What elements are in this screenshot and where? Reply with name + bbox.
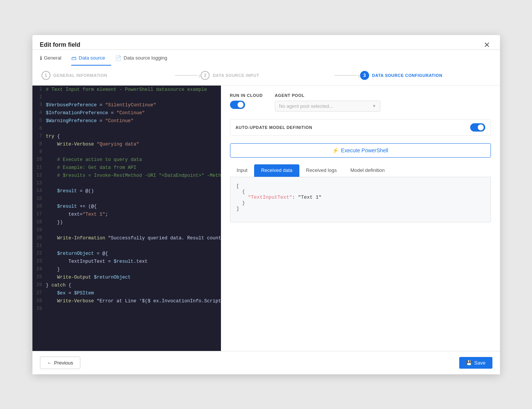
- execute-btn-label: Execute PowerShell: [341, 147, 388, 153]
- modal-title: Edit form field: [40, 41, 81, 48]
- line-number: 3: [32, 101, 46, 109]
- code-line: 17 text="Text 1";: [32, 210, 221, 218]
- line-code: }): [46, 218, 221, 226]
- execute-powershell-button[interactable]: ⚡ Execute PowerShell: [230, 143, 491, 158]
- previous-label: Previous: [54, 360, 74, 366]
- code-line: 22 $returnObject = @{: [32, 250, 221, 257]
- run-in-cloud-group: RUN IN CLOUD: [230, 93, 263, 109]
- line-number: 9: [32, 148, 46, 156]
- code-line: 15: [32, 195, 221, 202]
- arrow-left-icon: ←: [47, 360, 52, 366]
- line-number: 10: [32, 156, 46, 164]
- tab-input[interactable]: Input: [230, 164, 255, 177]
- agent-pool-select[interactable]: No agent pool selected... ▼: [275, 101, 380, 112]
- code-line: 5$WarningPreference = "Continue": [32, 117, 221, 125]
- line-number: 24: [32, 265, 46, 273]
- line-number: 20: [32, 234, 46, 242]
- code-line: 4$InformationPreference = "Continue": [32, 109, 221, 117]
- line-code: [46, 125, 221, 132]
- code-line: 11 # Example: Get data from API: [32, 164, 221, 172]
- tab-received-data[interactable]: Received data: [254, 164, 299, 177]
- code-line: 2: [32, 93, 221, 101]
- line-code: [46, 305, 221, 312]
- line-code: $VerbosePreference = "SilentlyContinue": [46, 101, 221, 109]
- line-number: 25: [32, 273, 46, 281]
- line-number: 19: [32, 226, 46, 234]
- line-code: try {: [46, 132, 221, 140]
- line-number: 22: [32, 250, 46, 257]
- run-in-cloud-toggle[interactable]: [230, 101, 245, 109]
- line-code: TextInputText = $result.text: [46, 257, 221, 265]
- datasource-icon: 🗃: [71, 55, 77, 61]
- tab-general[interactable]: ℹ General: [40, 51, 67, 66]
- line-number: 17: [32, 210, 46, 218]
- code-line: 27 $ex = $PSItem: [32, 289, 221, 297]
- line-code: $ex = $PSItem: [46, 289, 221, 297]
- line-number: 2: [32, 93, 46, 101]
- code-line: 23 TextInputText = $result.text: [32, 257, 221, 265]
- tab-general-label: General: [44, 55, 61, 61]
- line-code: [46, 93, 221, 101]
- line-code: # Execute action to query data: [46, 156, 221, 164]
- line-code: Write-Output $returnObject: [46, 273, 221, 281]
- line-code: Write-Verbose "Error at Line '$($ ex.Inv…: [46, 297, 221, 305]
- line-number: 13: [32, 179, 46, 187]
- code-line: 9: [32, 148, 221, 156]
- line-number: 7: [32, 132, 46, 140]
- auto-update-label: AUTO-UPDATE MODEL DEFINITION: [236, 125, 313, 130]
- code-line: 26} catch {: [32, 281, 221, 289]
- tab-datasource[interactable]: 🗃 Data source: [71, 51, 111, 66]
- code-line: 3$VerbosePreference = "SilentlyContinue": [32, 101, 221, 109]
- code-line: 21: [32, 242, 221, 250]
- line-number: 21: [32, 242, 46, 250]
- steps-bar: 1 GENERAL INFORMATION 2 DATA SOURCE INPU…: [32, 66, 500, 86]
- line-number: 8: [32, 140, 46, 148]
- line-number: 14: [32, 187, 46, 195]
- info-icon: ℹ: [40, 55, 42, 61]
- tab-logging-label: Data source logging: [124, 55, 167, 61]
- line-number: 6: [32, 125, 46, 132]
- line-code: $InformationPreference = "Continue": [46, 109, 221, 117]
- save-label: Save: [474, 360, 486, 366]
- tab-received-logs[interactable]: Received logs: [299, 164, 344, 177]
- code-line: 29: [32, 305, 221, 312]
- json-key-value: "TextInputText": "Text 1": [236, 195, 484, 200]
- line-code: $result += (@{: [46, 202, 221, 210]
- line-code: # $results = Invoke-RestMethod -URI "<Da…: [46, 172, 221, 179]
- step-3: 3 DATA SOURCE CONFIGURATION: [360, 71, 491, 80]
- code-line: 7try {: [32, 132, 221, 140]
- main-content: 1# Text Input form element - PowerShell …: [32, 86, 500, 351]
- code-line: 16 $result += (@{: [32, 202, 221, 210]
- code-line: 13: [32, 179, 221, 187]
- step-arrow-2: [334, 75, 357, 76]
- agent-pool-label: AGENT POOL: [275, 93, 380, 98]
- save-button[interactable]: 💾 Save: [459, 357, 492, 369]
- line-number: 23: [32, 257, 46, 265]
- step-2: 2 DATA SOURCE INPUT: [201, 71, 331, 80]
- lightning-icon: ⚡: [332, 147, 339, 153]
- line-code: [46, 179, 221, 187]
- close-button[interactable]: ✕: [481, 40, 492, 49]
- line-number: 1: [32, 86, 46, 93]
- line-code: Write-Information "Successfully queried …: [46, 234, 221, 242]
- step-1-circle: 1: [41, 71, 51, 80]
- line-number: 29: [32, 305, 46, 312]
- tab-logging[interactable]: 📄 Data source logging: [115, 51, 173, 66]
- auto-update-toggle[interactable]: [470, 123, 485, 132]
- dropdown-arrow-icon: ▼: [372, 104, 376, 108]
- tab-model-definition[interactable]: Model definition: [343, 164, 391, 177]
- code-line: 8 Write-Verbose "Querying data": [32, 140, 221, 148]
- logging-icon: 📄: [115, 55, 121, 61]
- modal-header: Edit form field ✕: [32, 35, 500, 50]
- line-code: text="Text 1";: [46, 210, 221, 218]
- code-line: 14 $result = @(): [32, 187, 221, 195]
- footer: ← Previous 💾 Save: [32, 351, 500, 374]
- line-number: 15: [32, 195, 46, 202]
- code-line: 10 # Execute action to query data: [32, 156, 221, 164]
- step-3-circle: 3: [360, 71, 369, 80]
- result-tabs: Input Received data Received logs Model …: [230, 164, 491, 177]
- line-code: [46, 195, 221, 202]
- code-line: 6: [32, 125, 221, 132]
- line-code: $WarningPreference = "Continue": [46, 117, 221, 125]
- previous-button[interactable]: ← Previous: [40, 357, 81, 369]
